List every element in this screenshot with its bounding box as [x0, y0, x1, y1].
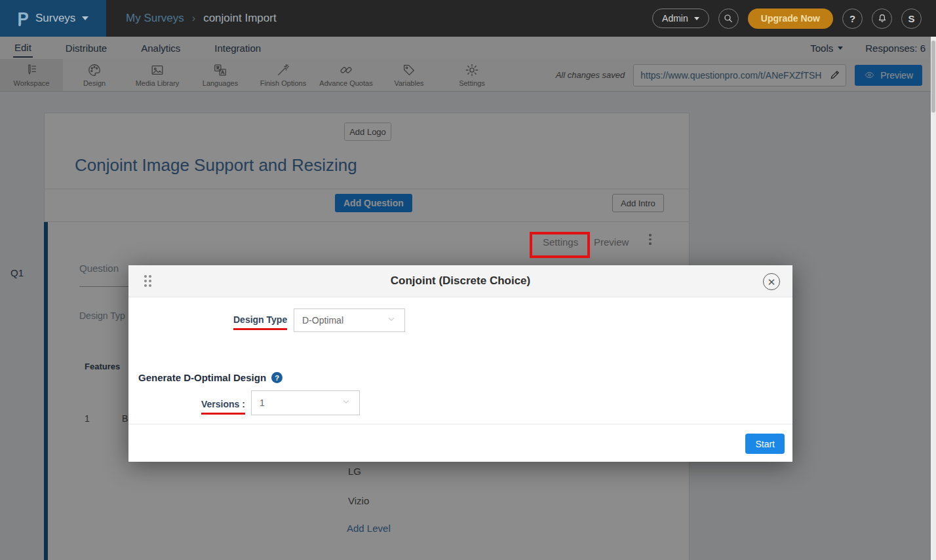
admin-label: Admin — [662, 13, 688, 24]
questionpro-logo-icon: P — [18, 10, 29, 27]
chevron-down-icon — [341, 396, 351, 409]
scrollbar-thumb[interactable] — [931, 41, 935, 113]
search-icon — [723, 13, 733, 24]
help-tooltip-icon[interactable]: ? — [271, 372, 283, 383]
avatar-initial: S — [908, 13, 914, 24]
chevron-down-icon — [386, 314, 397, 327]
notifications-button[interactable] — [872, 9, 892, 29]
generate-design-heading: Generate D-Optimal Design ? — [138, 372, 283, 383]
bell-icon — [877, 13, 887, 24]
chevron-down-icon — [82, 16, 88, 20]
versions-select[interactable]: 1 — [251, 390, 360, 415]
admin-dropdown[interactable]: Admin — [652, 9, 709, 28]
versions-red-underline-annotation — [201, 413, 245, 415]
chevron-down-icon — [694, 17, 699, 20]
modal-close-button[interactable]: ✕ — [763, 273, 780, 290]
breadcrumb: My Surveys › conjoint Import — [126, 12, 277, 25]
design-type-red-underline-annotation — [233, 328, 287, 330]
help-button[interactable]: ? — [842, 9, 863, 29]
design-type-label: Design Type — [233, 314, 287, 330]
modal-title: Conjoint (Discrete Choice) — [391, 274, 530, 288]
versions-label: Versions : — [201, 398, 245, 415]
search-button[interactable] — [718, 9, 739, 29]
start-button[interactable]: Start — [745, 434, 785, 454]
account-avatar[interactable]: S — [901, 9, 922, 29]
upgrade-label: Upgrade Now — [761, 13, 820, 24]
upgrade-now-button[interactable]: Upgrade Now — [748, 9, 833, 29]
modal-header: Conjoint (Discrete Choice) ✕ — [128, 265, 792, 297]
questionpro-app: P Surveys My Surveys › conjoint Import A… — [0, 0, 936, 560]
product-name: Surveys — [35, 12, 75, 25]
breadcrumb-separator-icon: › — [192, 12, 195, 24]
question-mark-icon: ? — [849, 13, 855, 24]
breadcrumb-current: conjoint Import — [203, 12, 277, 25]
design-type-value: D-Optimal — [302, 315, 343, 326]
modal-footer: Start — [128, 424, 792, 462]
breadcrumb-my-surveys[interactable]: My Surveys — [126, 12, 184, 25]
conjoint-settings-modal: Conjoint (Discrete Choice) ✕ Design Type… — [128, 265, 792, 462]
product-switcher[interactable]: P Surveys — [0, 0, 106, 37]
generate-design-heading-text: Generate D-Optimal Design — [138, 372, 266, 383]
close-icon: ✕ — [768, 277, 776, 287]
header-actions: Admin Upgrade Now ? S — [652, 9, 936, 29]
page-scrollbar[interactable] — [931, 37, 936, 560]
drag-handle-icon[interactable] — [144, 275, 151, 287]
versions-value: 1 — [260, 398, 265, 408]
top-header: P Surveys My Surveys › conjoint Import A… — [0, 0, 936, 37]
design-type-select[interactable]: D-Optimal — [294, 308, 405, 332]
